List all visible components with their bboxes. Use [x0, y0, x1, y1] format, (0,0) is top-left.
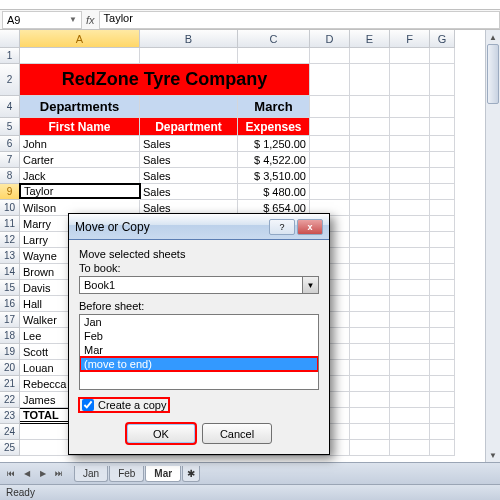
row-header-6[interactable]: 6 — [0, 136, 20, 152]
cell[interactable] — [390, 440, 430, 456]
cell[interactable] — [430, 328, 455, 344]
cell[interactable] — [390, 248, 430, 264]
cell[interactable] — [390, 200, 430, 216]
cell[interactable] — [390, 344, 430, 360]
cell-department[interactable]: Sales — [140, 136, 238, 152]
cell[interactable] — [350, 424, 390, 440]
cell[interactable] — [350, 248, 390, 264]
cell[interactable] — [310, 118, 350, 136]
sheet-tab-jan[interactable]: Jan — [74, 466, 108, 482]
col-header-A[interactable]: A — [20, 30, 140, 48]
cell-firstname[interactable]: John — [20, 136, 140, 152]
cell[interactable] — [390, 168, 430, 184]
before-sheet-listbox[interactable]: JanFebMar(move to end) — [79, 314, 319, 390]
cell-expense[interactable]: $ 480.00 — [238, 184, 310, 200]
cell[interactable] — [390, 312, 430, 328]
cell[interactable] — [390, 118, 430, 136]
cell[interactable] — [390, 296, 430, 312]
row-header-19[interactable]: 19 — [0, 344, 20, 360]
cell[interactable] — [430, 360, 455, 376]
cell[interactable] — [238, 48, 310, 64]
row-header-14[interactable]: 14 — [0, 264, 20, 280]
row-header-13[interactable]: 13 — [0, 248, 20, 264]
row-header-24[interactable]: 24 — [0, 424, 20, 440]
cell[interactable] — [430, 312, 455, 328]
scroll-down-icon[interactable]: ▼ — [486, 448, 500, 462]
cell[interactable] — [430, 48, 455, 64]
cell[interactable] — [310, 96, 350, 118]
cell[interactable] — [350, 168, 390, 184]
cell-expense[interactable]: $ 3,510.00 — [238, 168, 310, 184]
cell[interactable] — [390, 408, 430, 424]
cell[interactable] — [430, 96, 455, 118]
row-header-10[interactable]: 10 — [0, 200, 20, 216]
cell[interactable] — [350, 392, 390, 408]
row-header-23[interactable]: 23 — [0, 408, 20, 424]
cell[interactable] — [350, 136, 390, 152]
dialog-close-button[interactable]: x — [297, 219, 323, 235]
row-header-20[interactable]: 20 — [0, 360, 20, 376]
list-item[interactable]: (move to end) — [80, 357, 318, 371]
list-item[interactable]: Jan — [80, 315, 318, 329]
cell[interactable] — [350, 408, 390, 424]
select-all[interactable] — [0, 30, 20, 48]
cell-expense[interactable]: $ 4,522.00 — [238, 152, 310, 168]
cell[interactable] — [430, 344, 455, 360]
cell[interactable] — [390, 136, 430, 152]
company-title[interactable]: RedZone Tyre Company — [20, 64, 310, 96]
cell[interactable] — [350, 152, 390, 168]
cell[interactable] — [350, 216, 390, 232]
cell[interactable] — [430, 216, 455, 232]
dialog-help-button[interactable]: ? — [269, 219, 295, 235]
create-copy-group[interactable]: Create a copy — [79, 398, 169, 412]
cell-firstname[interactable]: Taylor — [19, 183, 141, 199]
row-header-15[interactable]: 15 — [0, 280, 20, 296]
col-header-D[interactable]: D — [310, 30, 350, 48]
row-header-2[interactable]: 2 — [0, 64, 20, 96]
cell-firstname[interactable]: Carter — [20, 152, 140, 168]
cell[interactable] — [390, 424, 430, 440]
row-header-21[interactable]: 21 — [0, 376, 20, 392]
cell[interactable] — [390, 232, 430, 248]
cell[interactable] — [430, 248, 455, 264]
tab-last-icon[interactable]: ⏭ — [52, 467, 66, 481]
cell[interactable] — [390, 264, 430, 280]
name-box[interactable]: ▼ — [2, 11, 82, 29]
cell[interactable] — [350, 440, 390, 456]
cell[interactable] — [390, 392, 430, 408]
name-box-input[interactable] — [7, 14, 57, 26]
list-item[interactable]: Mar — [80, 343, 318, 357]
cell[interactable] — [430, 424, 455, 440]
cell[interactable] — [430, 136, 455, 152]
cell[interactable] — [430, 264, 455, 280]
cell[interactable] — [350, 48, 390, 64]
cell[interactable] — [350, 232, 390, 248]
cell[interactable] — [310, 136, 350, 152]
row-header-17[interactable]: 17 — [0, 312, 20, 328]
cell[interactable] — [310, 64, 350, 96]
cell[interactable] — [350, 64, 390, 96]
cell[interactable] — [430, 376, 455, 392]
cell-expense[interactable]: $ 1,250.00 — [238, 136, 310, 152]
row-header-7[interactable]: 7 — [0, 152, 20, 168]
to-book-combo[interactable]: ▼ — [79, 276, 319, 294]
sheet-tab-feb[interactable]: Feb — [109, 466, 144, 482]
cell[interactable] — [310, 152, 350, 168]
subheader-C[interactable]: March — [238, 96, 310, 118]
row-header-16[interactable]: 16 — [0, 296, 20, 312]
tab-first-icon[interactable]: ⏮ — [4, 467, 18, 481]
cell[interactable] — [350, 280, 390, 296]
cell[interactable] — [350, 118, 390, 136]
cell-department[interactable]: Sales — [140, 152, 238, 168]
cell[interactable] — [390, 360, 430, 376]
cell[interactable] — [310, 48, 350, 64]
cell[interactable] — [350, 360, 390, 376]
cell[interactable] — [390, 152, 430, 168]
cell[interactable] — [430, 118, 455, 136]
row-header-12[interactable]: 12 — [0, 232, 20, 248]
cell[interactable] — [390, 376, 430, 392]
col-header-G[interactable]: G — [430, 30, 455, 48]
cell[interactable] — [390, 216, 430, 232]
cell[interactable] — [310, 168, 350, 184]
cell[interactable] — [310, 184, 350, 200]
